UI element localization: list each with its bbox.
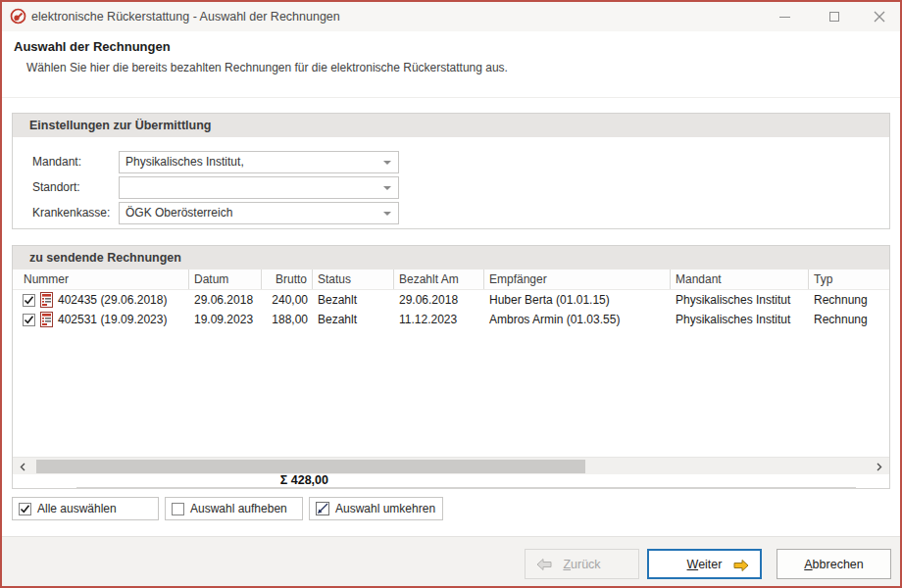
table-header: Nummer Datum Brutto Status Bezahlt Am Em…: [13, 270, 889, 290]
invoices-group: zu sendende Rechnungen Nummer Datum Brut…: [12, 245, 890, 489]
scroll-right-button[interactable]: [872, 458, 887, 475]
column-header-brutto[interactable]: Brutto: [262, 270, 313, 289]
invoices-group-band: zu sendende Rechnungen: [13, 246, 889, 270]
close-icon: [874, 11, 885, 23]
settings-group: Einstellungen zur Übermittlung Mandant: …: [12, 113, 890, 229]
chevron-down-icon: [383, 212, 391, 216]
row-checkbox[interactable]: [23, 294, 35, 307]
krankenkasse-combobox[interactable]: ÖGK Oberösterreich: [119, 202, 399, 224]
mandant-label: Mandant:: [32, 151, 119, 173]
arrow-right-icon: [733, 559, 749, 572]
maximize-icon: [829, 12, 839, 22]
deselect-all-label: Auswahl aufheben: [190, 502, 287, 515]
column-header-typ[interactable]: Typ: [809, 270, 889, 289]
select-all-label: Alle auswählen: [37, 502, 117, 515]
cell-empfaenger: Ambros Armin (01.03.55): [484, 310, 671, 329]
maximize-button[interactable]: [812, 2, 856, 31]
cancel-button[interactable]: Abbrechen: [777, 549, 891, 579]
checkmark-icon: [24, 295, 34, 306]
table-row[interactable]: 402531 (19.09.2023) 19.09.2023 188,00 Be…: [13, 310, 889, 329]
invoice-document-icon: [40, 312, 53, 327]
checkmark-icon: [24, 315, 34, 325]
horizontal-scrollbar[interactable]: [13, 457, 889, 474]
cell-status: Bezahlt: [313, 310, 394, 329]
mandant-value: Physikalisches Institut,: [125, 152, 378, 172]
table-row[interactable]: 402435 (29.06.2018) 29.06.2018 240,00 Be…: [13, 290, 889, 310]
cell-datum: 29.06.2018: [189, 290, 262, 310]
invoices-group-title: zu sendende Rechnungen: [29, 246, 181, 270]
column-header-status[interactable]: Status: [313, 270, 394, 289]
invoice-document-icon: [40, 292, 53, 308]
cell-nummer: 402435 (29.06.2018): [58, 290, 167, 310]
scrollbar-thumb[interactable]: [36, 460, 585, 473]
standort-label: Standort:: [32, 176, 119, 199]
arrow-left-icon: [536, 558, 552, 571]
next-button-label: Weiter: [687, 558, 723, 571]
column-header-nummer[interactable]: Nummer: [13, 270, 189, 289]
next-button[interactable]: Weiter: [647, 549, 762, 579]
cell-brutto: 240,00: [262, 290, 313, 310]
invert-selection-label: Auswahl umkehren: [335, 502, 435, 515]
title-bar: elektronische Rückerstattung - Auswahl d…: [2, 2, 900, 31]
cancel-button-label: Abbrechen: [804, 558, 863, 571]
app-icon: [10, 8, 26, 24]
deselect-all-checkbox[interactable]: Auswahl aufheben: [165, 497, 303, 520]
settings-group-title: Einstellungen zur Übermittlung: [29, 114, 211, 137]
minimize-icon: [779, 17, 790, 18]
select-all-checkbox[interactable]: Alle auswählen: [12, 497, 159, 520]
krankenkasse-value: ÖGK Oberösterreich: [125, 203, 378, 223]
invert-selection-icon: [316, 502, 329, 515]
chevron-left-icon: [20, 463, 25, 471]
column-header-bezahlt-am[interactable]: Bezahlt Am: [394, 270, 484, 289]
chevron-down-icon: [383, 161, 391, 165]
settings-group-band: Einstellungen zur Übermittlung: [13, 114, 889, 137]
scroll-left-button[interactable]: [15, 458, 30, 475]
page-title: Auswahl der Rechnungen: [14, 39, 171, 54]
cell-mandant: Physikalisches Institut: [671, 310, 809, 329]
back-button[interactable]: Zurück: [525, 549, 639, 579]
back-button-label: Zurück: [563, 558, 600, 571]
empty-checkbox-icon: [172, 503, 184, 515]
footer-scroll-indicator: [76, 487, 856, 489]
column-header-empfaenger[interactable]: Empfänger: [484, 270, 671, 289]
invert-selection-checkbox[interactable]: Auswahl umkehren: [309, 497, 443, 520]
standort-combobox[interactable]: [119, 176, 399, 199]
dialog-window: elektronische Rückerstattung - Auswahl d…: [0, 0, 902, 588]
cell-mandant: Physikalisches Institut: [671, 290, 809, 310]
minimize-button[interactable]: [763, 2, 807, 31]
cell-status: Bezahlt: [313, 290, 394, 310]
cell-brutto: 188,00: [262, 310, 313, 329]
page-subtitle: Wählen Sie hier die bereits bezahlten Re…: [26, 61, 508, 74]
footer-bar: Zurück Weiter Abbrechen: [2, 536, 900, 586]
chevron-down-icon: [383, 186, 391, 190]
cell-bezahlt-am: 29.06.2018: [394, 290, 484, 310]
row-checkbox[interactable]: [23, 314, 35, 326]
mandant-combobox[interactable]: Physikalisches Institut,: [119, 151, 399, 173]
cell-datum: 19.09.2023: [189, 310, 262, 329]
window-title: elektronische Rückerstattung - Auswahl d…: [31, 2, 340, 31]
cell-bezahlt-am: 11.12.2023: [394, 310, 484, 329]
krankenkasse-label: Krankenkasse:: [32, 202, 119, 224]
sum-total: Σ 428,00: [13, 474, 328, 488]
cell-empfaenger: Huber Berta (01.01.15): [484, 290, 671, 310]
chevron-right-icon: [877, 463, 882, 471]
cell-nummer: 402531 (19.09.2023): [58, 310, 167, 329]
close-button[interactable]: [857, 2, 901, 31]
header-divider: [2, 97, 900, 98]
cell-typ: Rechnung: [809, 290, 889, 310]
column-header-datum[interactable]: Datum: [189, 270, 262, 289]
cell-typ: Rechnung: [809, 310, 889, 329]
column-header-mandant[interactable]: Mandant: [671, 270, 809, 289]
checked-checkbox-icon: [19, 503, 31, 515]
